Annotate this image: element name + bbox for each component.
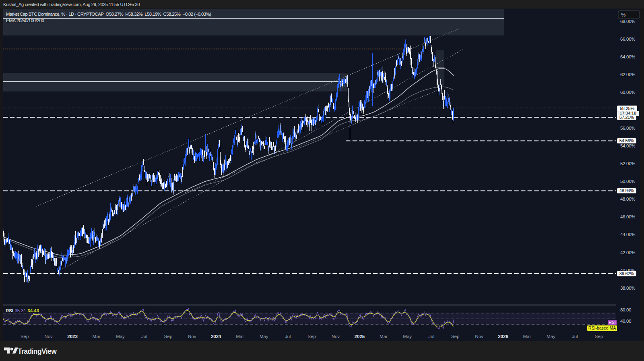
svg-text:RSI: RSI [609, 320, 616, 325]
svg-text:2024: 2024 [211, 334, 221, 339]
svg-text:2023: 2023 [67, 334, 78, 339]
svg-text:2026: 2026 [498, 334, 508, 339]
svg-text:66.00%: 66.00% [620, 37, 635, 41]
svg-text:Jul: Jul [572, 334, 578, 339]
svg-text:48.00%: 48.00% [620, 197, 635, 201]
svg-text:May: May [403, 334, 412, 339]
svg-text:54.56%: 54.56% [619, 138, 634, 143]
svg-text:80.00: 80.00 [620, 307, 631, 312]
svg-text:Nov: Nov [332, 334, 340, 339]
svg-text:Jul: Jul [141, 334, 147, 339]
svg-text:Sep: Sep [451, 334, 459, 339]
svg-text:Sep: Sep [21, 334, 29, 339]
svg-text:May: May [547, 334, 555, 339]
svg-text:%: % [621, 12, 626, 18]
svg-text:TradingView: TradingView [18, 347, 57, 355]
svg-text:Mar: Mar [236, 334, 244, 339]
svg-text:68.00%: 68.00% [620, 19, 635, 24]
svg-text:Nov: Nov [188, 334, 196, 339]
svg-text:44.00%: 44.00% [620, 232, 635, 237]
svg-text:Market Cap BTC Dominance, % ·: Market Cap BTC Dominance, % · 1D · CRYPT… [6, 12, 211, 17]
svg-text:64.00%: 64.00% [620, 54, 635, 59]
svg-text:58.25%: 58.25% [620, 106, 635, 111]
svg-text:May: May [260, 334, 268, 339]
svg-text:Jul: Jul [428, 334, 434, 339]
svg-text:RSI-based MA: RSI-based MA [588, 326, 616, 330]
svg-text:52.00%: 52.00% [620, 161, 635, 166]
svg-text:62.00%: 62.00% [620, 72, 635, 77]
svg-text:42.00%: 42.00% [620, 250, 635, 255]
svg-text:56.00%: 56.00% [620, 126, 635, 131]
svg-text:Mar: Mar [523, 334, 531, 339]
svg-text:48.94%: 48.94% [619, 188, 634, 193]
svg-text:57.21%: 57.21% [619, 115, 634, 120]
svg-text:Sep: Sep [164, 334, 172, 339]
svg-text:46.00%: 46.00% [620, 214, 635, 219]
svg-text:38.00%: 38.00% [620, 286, 635, 290]
svg-text:Mar: Mar [380, 334, 388, 339]
svg-text:Sep: Sep [595, 334, 603, 339]
svg-text:Kushal_Ag created with Trading: Kushal_Ag created with TradingView.com, … [3, 2, 140, 7]
svg-text:May: May [116, 334, 125, 339]
svg-text:Nov: Nov [44, 334, 53, 339]
svg-text:40.00: 40.00 [620, 319, 631, 324]
svg-text:Nov: Nov [475, 334, 483, 339]
svg-text:Jul: Jul [285, 334, 291, 339]
svg-text:Sep: Sep [308, 334, 316, 339]
svg-text:50.00%: 50.00% [620, 179, 635, 184]
svg-text:Mar: Mar [93, 334, 101, 339]
svg-text:54.00%: 54.00% [620, 143, 635, 148]
svg-text:60.00%: 60.00% [620, 90, 635, 95]
svg-text:39.62%: 39.62% [619, 271, 634, 276]
svg-text:2025: 2025 [355, 334, 365, 339]
svg-text:EMA 20/50/100/200: EMA 20/50/100/200 [6, 18, 44, 23]
svg-text:RSI 35.31 34.43: RSI 35.31 34.43 [6, 308, 39, 313]
